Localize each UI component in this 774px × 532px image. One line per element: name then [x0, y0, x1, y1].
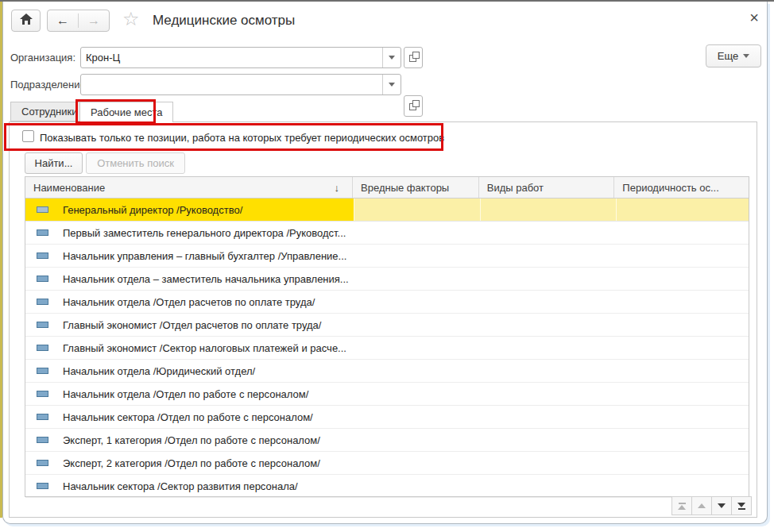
position-icon	[37, 460, 48, 466]
row-name: Начальник сектора /Отдел по работе с пер…	[63, 411, 313, 423]
position-icon	[37, 368, 48, 374]
periodic-filter-label: Показывать только те позиции, работа на …	[40, 132, 444, 144]
back-icon: ←	[56, 13, 69, 28]
medical-exams-window: ← → ☆ Медицинские осмотры × Организация:…	[2, 2, 768, 524]
row-name: Начальник управления – главный бухгалтер…	[63, 250, 346, 262]
row-name: Генеральный директор /Руководство/	[63, 204, 242, 216]
row-name: Главный экономист /Отдел расчетов по опл…	[63, 319, 321, 331]
position-icon	[37, 299, 48, 305]
find-button[interactable]: Найти...	[25, 152, 83, 174]
table-row[interactable]: Генеральный директор /Руководство/	[25, 199, 749, 222]
scroll-down-icon	[718, 503, 726, 508]
column-label: Виды работ	[487, 182, 544, 194]
favorite-star-icon[interactable]: ☆	[122, 8, 140, 30]
chevron-down-icon	[389, 56, 395, 60]
home-button[interactable]	[11, 10, 41, 32]
table-row[interactable]: Главный экономист /Сектор налоговых плат…	[25, 337, 749, 360]
row-name: Первый заместитель генерального директор…	[63, 227, 346, 239]
table-body: Генеральный директор /Руководство/Первый…	[25, 199, 749, 498]
table-row[interactable]: Начальник сектора /Отдел по работе с пер…	[25, 406, 749, 429]
scroll-nav	[672, 496, 752, 515]
forward-icon: →	[87, 13, 100, 28]
sort-desc-icon: ↓	[335, 182, 345, 194]
table-row[interactable]: Эксперт, 1 категория /Отдел по работе с …	[25, 429, 749, 452]
scroll-up-button[interactable]	[691, 496, 712, 515]
scroll-end-icon	[738, 508, 745, 510]
row-name: Главный экономист /Сектор налоговых плат…	[63, 342, 346, 354]
organization-combo	[80, 47, 401, 68]
back-button[interactable]: ←	[48, 13, 79, 28]
position-icon	[37, 483, 48, 489]
scroll-top-icon	[679, 503, 686, 504]
more-label: Еще	[718, 50, 738, 62]
department-open-button[interactable]	[404, 95, 423, 117]
column-label: Наименование	[33, 182, 105, 194]
scroll-up-icon	[698, 503, 706, 508]
table-row[interactable]: Начальник сектора /Сектор развития персо…	[25, 475, 749, 498]
row-name: Эксперт, 1 категория /Отдел по работе с …	[63, 434, 320, 446]
home-icon	[20, 13, 33, 28]
table-row[interactable]: Начальник отдела – заместитель начальник…	[25, 268, 749, 291]
positions-table: Наименование↓Вредные факторыВиды работПе…	[25, 176, 749, 497]
table-row[interactable]: Первый заместитель генерального директор…	[25, 222, 749, 245]
cancel-search-button[interactable]: Отменить поиск	[86, 152, 185, 174]
more-button-top[interactable]: Еще	[706, 44, 761, 67]
row-name: Начальник отдела /Юридический отдел/	[63, 365, 255, 377]
table-row[interactable]: Начальник отдела /Юридический отдел/	[25, 360, 749, 383]
history-nav: ← →	[47, 10, 110, 32]
scroll-end-icon	[737, 503, 745, 507]
row-name: Эксперт, 2 категория /Отдел по работе с …	[63, 457, 320, 469]
scroll-end-button[interactable]	[731, 496, 752, 515]
department-label: Подразделение:	[10, 79, 88, 91]
department-input[interactable]	[81, 75, 382, 94]
department-dropdown-button[interactable]	[382, 75, 401, 94]
position-icon	[37, 345, 48, 351]
tab-employees[interactable]: Сотрудники	[10, 102, 88, 121]
department-combo	[80, 74, 401, 95]
organization-dropdown-button[interactable]	[382, 48, 401, 67]
row-name: Начальник отдела /Отдел по работе с перс…	[63, 388, 308, 400]
close-icon[interactable]: ×	[749, 10, 759, 25]
forward-button[interactable]: →	[79, 13, 109, 28]
chevron-down-icon	[389, 83, 395, 87]
table-row[interactable]: Эксперт, 2 категория /Отдел по работе с …	[25, 452, 749, 475]
position-icon	[37, 391, 48, 397]
periodic-filter-checkbox[interactable]	[22, 130, 34, 142]
column-header[interactable]: Наименование↓	[25, 177, 353, 198]
table-header: Наименование↓Вредные факторыВиды работПе…	[25, 177, 749, 199]
scroll-top-icon	[678, 505, 686, 510]
row-name: Начальник отдела – заместитель начальник…	[63, 273, 349, 285]
table-row[interactable]: Главный экономист /Отдел расчетов по опл…	[25, 314, 749, 337]
organization-open-button[interactable]	[404, 47, 423, 68]
tab-workplaces[interactable]: Рабочие места	[79, 102, 173, 122]
row-name: Начальник сектора /Сектор развития персо…	[63, 480, 298, 492]
position-icon	[37, 229, 48, 236]
open-form-icon	[412, 100, 420, 107]
position-icon	[37, 437, 48, 443]
position-icon	[37, 253, 48, 259]
column-header[interactable]: Виды работ	[479, 177, 615, 198]
column-label: Вредные факторы	[361, 182, 449, 194]
scroll-top-button[interactable]	[671, 496, 692, 515]
column-label: Периодичность ос...	[622, 182, 718, 194]
column-header[interactable]: Периодичность ос...	[614, 177, 749, 198]
organization-input[interactable]	[81, 48, 382, 67]
table-row[interactable]: Начальник управления – главный бухгалтер…	[25, 245, 749, 268]
chevron-down-icon	[743, 54, 749, 58]
position-icon	[37, 276, 48, 282]
organization-label: Организация:	[10, 52, 75, 64]
column-header[interactable]: Вредные факторы	[353, 177, 479, 198]
table-row[interactable]: Начальник отдела /Отдел по работе с перс…	[25, 383, 749, 406]
position-icon	[37, 414, 48, 420]
row-name: Начальник отдела /Отдел расчетов по опла…	[63, 296, 315, 308]
position-icon	[37, 206, 48, 213]
position-icon	[37, 322, 48, 328]
open-form-icon	[412, 52, 420, 59]
page-title: Медицинские осмотры	[153, 13, 295, 29]
scroll-down-button[interactable]	[711, 496, 732, 515]
table-row[interactable]: Начальник отдела /Отдел расчетов по опла…	[25, 291, 749, 314]
